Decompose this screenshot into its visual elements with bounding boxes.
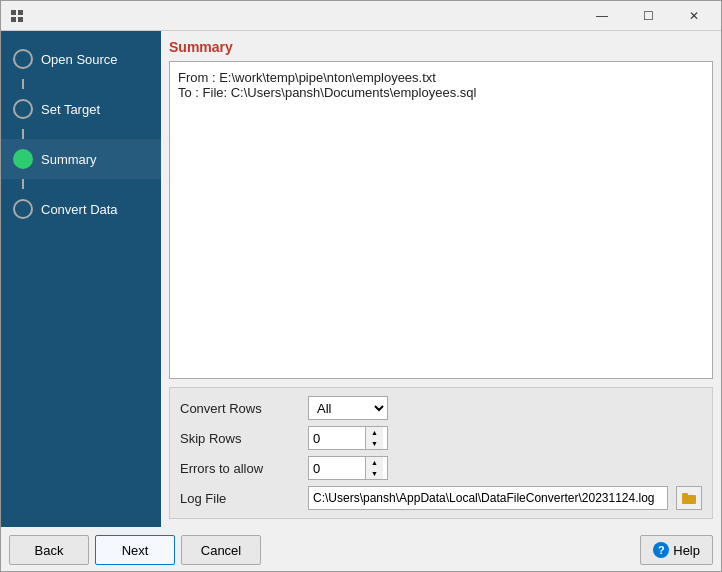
footer-right: ? Help <box>640 535 713 565</box>
convert-rows-row: Convert Rows All First Last <box>180 396 702 420</box>
errors-to-allow-input[interactable] <box>309 457 365 479</box>
footer-left: Back Next Cancel <box>9 535 261 565</box>
skip-rows-row: Skip Rows ▲ ▼ <box>180 426 702 450</box>
log-file-label: Log File <box>180 491 300 506</box>
svg-rect-3 <box>18 17 23 22</box>
app-icon <box>9 8 25 24</box>
errors-to-allow-row: Errors to allow ▲ ▼ <box>180 456 702 480</box>
sidebar-item-convert-data[interactable]: Convert Data <box>1 189 161 229</box>
folder-icon <box>682 492 696 504</box>
help-button[interactable]: ? Help <box>640 535 713 565</box>
summary-text-area: From : E:\work\temp\pipe\nton\employees.… <box>169 61 713 379</box>
title-bar: — ☐ ✕ <box>1 1 721 31</box>
help-icon: ? <box>653 542 669 558</box>
back-button[interactable]: Back <box>9 535 89 565</box>
close-button[interactable]: ✕ <box>671 1 717 31</box>
sidebar-item-open-source[interactable]: Open Source <box>1 39 161 79</box>
log-file-input[interactable] <box>308 486 668 510</box>
sidebar-label-set-target: Set Target <box>41 102 100 117</box>
log-file-row: Log File <box>180 486 702 510</box>
sidebar: Open Source Set Target Summary <box>1 31 161 527</box>
cancel-button[interactable]: Cancel <box>181 535 261 565</box>
skip-rows-spinner: ▲ ▼ <box>308 426 388 450</box>
log-file-browse-button[interactable] <box>676 486 702 510</box>
summary-line2: To : File: C:\Users\pansh\Documents\empl… <box>178 85 704 100</box>
panel-title: Summary <box>169 39 713 55</box>
skip-rows-label: Skip Rows <box>180 431 300 446</box>
options-area: Convert Rows All First Last Skip Rows ▲ <box>169 387 713 519</box>
errors-to-allow-spinner: ▲ ▼ <box>308 456 388 480</box>
maximize-button[interactable]: ☐ <box>625 1 671 31</box>
sidebar-item-summary[interactable]: Summary <box>1 139 161 179</box>
sidebar-label-open-source: Open Source <box>41 52 118 67</box>
errors-to-allow-label: Errors to allow <box>180 461 300 476</box>
skip-rows-down-button[interactable]: ▼ <box>366 438 383 449</box>
help-label: Help <box>673 543 700 558</box>
skip-rows-spinner-btns: ▲ ▼ <box>365 427 383 449</box>
sidebar-label-summary: Summary <box>41 152 97 167</box>
skip-rows-up-button[interactable]: ▲ <box>366 427 383 438</box>
main-panel: Summary From : E:\work\temp\pipe\nton\em… <box>161 31 721 527</box>
summary-line1: From : E:\work\temp\pipe\nton\employees.… <box>178 70 704 85</box>
skip-rows-input[interactable] <box>309 427 365 449</box>
sidebar-section: Open Source Set Target Summary <box>1 39 161 229</box>
svg-rect-2 <box>11 17 16 22</box>
content-area: Open Source Set Target Summary <box>1 31 721 527</box>
step-indicator-summary <box>13 149 33 169</box>
sidebar-item-set-target[interactable]: Set Target <box>1 89 161 129</box>
main-window: — ☐ ✕ Open Source Set Target <box>0 0 722 572</box>
svg-rect-0 <box>11 10 16 15</box>
convert-rows-label: Convert Rows <box>180 401 300 416</box>
svg-rect-5 <box>682 493 688 496</box>
step-indicator-set-target <box>13 99 33 119</box>
footer: Back Next Cancel ? Help <box>1 527 721 571</box>
errors-to-allow-up-button[interactable]: ▲ <box>366 457 383 468</box>
step-indicator-open-source <box>13 49 33 69</box>
next-button[interactable]: Next <box>95 535 175 565</box>
svg-rect-1 <box>18 10 23 15</box>
minimize-button[interactable]: — <box>579 1 625 31</box>
step-line-1 <box>22 79 24 89</box>
errors-to-allow-down-button[interactable]: ▼ <box>366 468 383 479</box>
sidebar-label-convert-data: Convert Data <box>41 202 118 217</box>
errors-to-allow-spinner-btns: ▲ ▼ <box>365 457 383 479</box>
step-line-3 <box>22 179 24 189</box>
step-indicator-convert-data <box>13 199 33 219</box>
step-line-2 <box>22 129 24 139</box>
title-bar-left <box>5 8 25 24</box>
svg-rect-4 <box>682 495 696 504</box>
convert-rows-select[interactable]: All First Last <box>308 396 388 420</box>
